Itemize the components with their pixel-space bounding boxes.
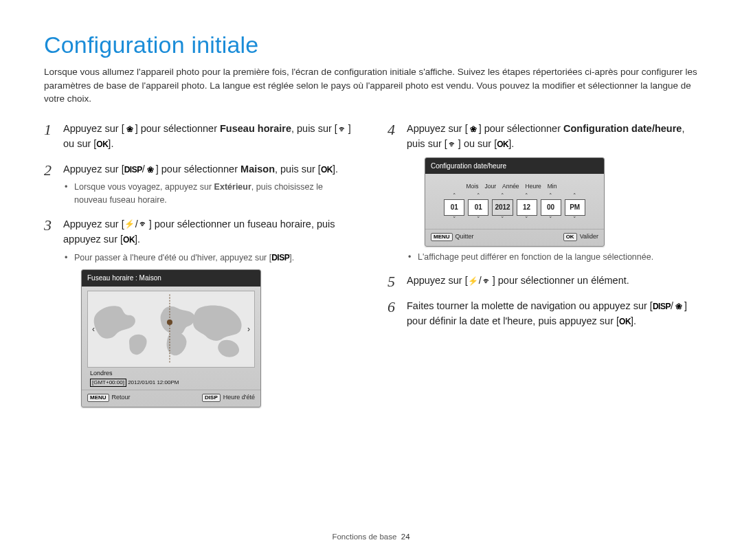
chevron-down-icon[interactable]: ˅ bbox=[501, 216, 504, 222]
dt-values: ˄01˅˄01˅˄2012˅˄12˅˄00˅˄PM˅ bbox=[431, 193, 598, 222]
flash-icon: ⚡ bbox=[468, 276, 479, 287]
foot-right[interactable]: OKValider bbox=[563, 232, 598, 242]
step-1: Appuyez sur [❀] pour sélectionner Fuseau… bbox=[44, 121, 355, 152]
step-4: Appuyez sur [❀] pour sélectionner Config… bbox=[387, 121, 698, 264]
chevron-down-icon[interactable]: ˅ bbox=[453, 216, 456, 222]
lcd-title: Fuseau horaire : Maison bbox=[82, 270, 260, 287]
disp-icon: DISP bbox=[124, 164, 142, 175]
dt-cell[interactable]: 12 bbox=[517, 199, 537, 216]
chevron-down-icon[interactable]: ˅ bbox=[573, 216, 576, 222]
step-4-note: L'affichage peut différer en fonction de… bbox=[407, 251, 698, 264]
world-map: ‹ bbox=[87, 291, 255, 368]
wifi-icon: ᯤ bbox=[138, 219, 149, 230]
dt-cell[interactable]: 00 bbox=[541, 199, 561, 216]
city-label: Londres bbox=[87, 368, 255, 379]
ok-icon: OK bbox=[321, 164, 333, 175]
step-6: Faites tourner la molette de navigation … bbox=[387, 298, 698, 329]
wifi-icon: ᯤ bbox=[337, 124, 348, 135]
ok-icon: OK bbox=[123, 234, 135, 245]
step-2-note: Lorsque vous voyagez, appuyez sur Extéri… bbox=[63, 181, 355, 207]
map-icon bbox=[88, 291, 254, 367]
chevron-down-icon[interactable]: ˅ bbox=[549, 216, 552, 222]
foot-left[interactable]: MENURetour bbox=[87, 393, 131, 403]
chevron-up-icon[interactable]: ˄ bbox=[549, 193, 552, 199]
timestamp: 2012/01/01 12:00PM bbox=[128, 379, 179, 385]
intro-text: Lorsque vous allumez l'appareil photo po… bbox=[44, 65, 698, 106]
menu-icon: MENU bbox=[87, 394, 109, 402]
left-column: Appuyez sur [❀] pour sélectionner Fuseau… bbox=[44, 121, 355, 417]
wifi-icon: ᯤ bbox=[482, 276, 493, 287]
macro-icon: ❀ bbox=[145, 164, 156, 175]
right-column: Appuyez sur [❀] pour sélectionner Config… bbox=[387, 121, 698, 417]
flash-icon: ⚡ bbox=[124, 219, 135, 230]
chevron-down-icon[interactable]: ˅ bbox=[477, 216, 480, 222]
ok-icon: OK bbox=[563, 233, 577, 241]
chevron-up-icon[interactable]: ˄ bbox=[453, 193, 456, 199]
step-5: Appuyez sur [⚡/ᯤ] pour sélectionner un é… bbox=[387, 273, 698, 288]
foot-left[interactable]: MENUQuitter bbox=[431, 232, 474, 242]
two-columns: Appuyez sur [❀] pour sélectionner Fuseau… bbox=[44, 121, 698, 417]
foot-right[interactable]: DISPHeure d'été bbox=[202, 393, 255, 403]
steps-right: Appuyez sur [❀] pour sélectionner Config… bbox=[387, 121, 698, 329]
chevron-up-icon[interactable]: ˄ bbox=[477, 193, 480, 199]
prev-icon[interactable]: ‹ bbox=[89, 321, 98, 337]
ok-icon: OK bbox=[619, 317, 631, 328]
step-2: Appuyez sur [DISP/❀] pour sélectionner M… bbox=[44, 161, 355, 207]
chevron-down-icon[interactable]: ˅ bbox=[525, 216, 528, 222]
dt-cell[interactable]: PM bbox=[565, 199, 585, 216]
chevron-up-icon[interactable]: ˄ bbox=[501, 193, 504, 199]
dt-cell[interactable]: 01 bbox=[444, 199, 464, 216]
next-icon[interactable]: › bbox=[245, 321, 253, 337]
macro-icon: ❀ bbox=[124, 124, 135, 135]
gmt-badge: [GMT+00:00] bbox=[90, 379, 126, 387]
page-title: Configuration initiale bbox=[44, 32, 698, 58]
chevron-up-icon[interactable]: ˄ bbox=[525, 193, 528, 199]
disp-icon: DISP bbox=[653, 301, 671, 312]
disp-icon: DISP bbox=[271, 252, 289, 263]
ok-icon: OK bbox=[497, 139, 508, 150]
chevron-up-icon[interactable]: ˄ bbox=[573, 193, 576, 199]
ok-icon: OK bbox=[96, 139, 108, 150]
lcd-datetime: Configuration date/heure MoisJourAnnéeHe… bbox=[425, 157, 605, 247]
lcd-timezone: Fuseau horaire : Maison ‹ bbox=[81, 269, 261, 407]
steps-left: Appuyez sur [❀] pour sélectionner Fuseau… bbox=[44, 121, 355, 407]
disp-icon: DISP bbox=[202, 394, 221, 402]
lcd-title: Configuration date/heure bbox=[425, 158, 604, 175]
page-footer: Fonctions de base 24 bbox=[0, 533, 742, 541]
macro-icon: ❀ bbox=[673, 301, 684, 312]
wifi-icon: ᯤ bbox=[447, 139, 458, 150]
step-3: Appuyez sur [⚡/ᯤ] pour sélectionner un f… bbox=[44, 216, 355, 407]
step-3-note: Pour passer à l'heure d'été ou d'hiver, … bbox=[63, 251, 355, 265]
dt-cell[interactable]: 01 bbox=[468, 199, 488, 216]
menu-icon: MENU bbox=[431, 233, 453, 241]
macro-icon: ❀ bbox=[468, 124, 479, 135]
dt-cell[interactable]: 2012 bbox=[492, 199, 513, 216]
manual-page: Configuration initiale Lorsque vous allu… bbox=[0, 0, 742, 560]
dt-labels: MoisJourAnnéeHeureMin bbox=[431, 182, 598, 191]
